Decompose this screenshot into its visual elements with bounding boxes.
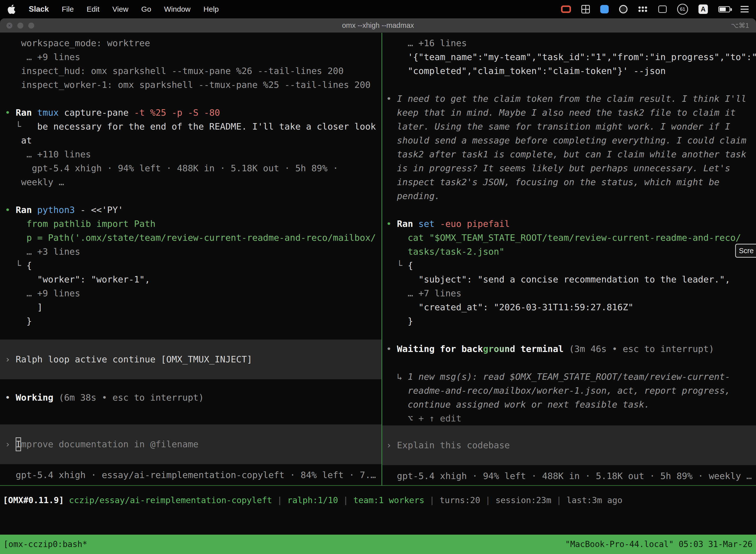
raycast-icon[interactable] [600, 5, 609, 13]
terminal-line: task2 after task1 is complete, but can I… [386, 148, 756, 161]
terminal-line: ] [5, 300, 381, 314]
tmux-status-bar: [omx-cczip0:bash* "MacBook-Pro-44.local"… [0, 535, 756, 554]
working-status-line: • Working (6m 38s • esc to interrupt) [5, 391, 381, 404]
menu-edit[interactable]: Edit [86, 5, 100, 13]
edit-hint-line: ⌥ + ↑ edit [386, 411, 756, 426]
terminal-line: cat "$OMX_TEAM_STATE_ROOT/team/review-cu… [386, 231, 756, 245]
menu-bar: Slack File Edit View Go Window Help 61 A [0, 0, 756, 18]
terminal-line: } [386, 314, 756, 328]
battery-percent-text: 61 [680, 6, 685, 12]
terminal-line: └ be necessary for the end of the README… [5, 120, 381, 133]
terminal-line: "completed","claim_token":"claim-token"}… [386, 64, 756, 78]
terminal-line: tasks/task-2.json" [386, 245, 756, 259]
prompt-suggestion-band[interactable]: › Explain this codebase [382, 426, 756, 465]
model-status-line: gpt-5.4 xhigh · 94% left · 488K in · 5.1… [386, 469, 756, 483]
window-controls: × [0, 22, 34, 29]
terminal-line: readme-and-reco/mailbox/worker-1.json, a… [386, 384, 756, 398]
battery-percent-badge[interactable]: 61 [677, 4, 688, 15]
ran-set-line: • Ran set -euo pipefail [386, 217, 756, 231]
terminal-line: … +9 lines [5, 286, 381, 300]
desktop-screen: Slack File Edit View Go Window Help 61 A… [0, 0, 756, 18]
window-title: omx --xhigh --madmax [0, 21, 756, 30]
blank-line [386, 328, 756, 342]
apple-menu-icon[interactable] [7, 4, 16, 14]
terminal-line: … +9 lines [5, 50, 381, 64]
terminal-line: inspect_hud: omx sparkshell --tmux-pane … [5, 64, 381, 78]
right-pane[interactable]: … +16 lines '{"team_name":"my-team","tas… [382, 33, 756, 485]
terminal-line: inspect task2's JSON, focusing on the st… [386, 175, 756, 189]
ralph-loop-band[interactable]: › Ralph loop active continue [OMX_TMUX_I… [0, 340, 381, 379]
menu-bar-left: Slack File Edit View Go Window Help [7, 4, 219, 14]
dots-grid-icon[interactable] [638, 6, 648, 13]
terminal-line: inspect_worker-1: omx sparkshell --tmux-… [5, 78, 381, 92]
window-shortcut-hint: ⌥⌘1 [731, 21, 749, 30]
ran-tmux-capture-line: • Ran tmux capture-pane -t %25 -p -S -80 [5, 106, 381, 120]
tmux-host-clock: "MacBook-Pro-44.local" 05:03 31-Mar-26 [565, 537, 753, 551]
screen-tooltip: Scre [735, 244, 756, 258]
terminal-line: continue assigned work or next feasible … [386, 398, 756, 411]
menu-bar-status-icons: 61 A [561, 4, 749, 15]
terminal-line: is in progress? It seems likely but perh… [386, 161, 756, 175]
blank-line [386, 203, 756, 217]
terminal-line: └ { [5, 259, 381, 273]
terminal-window: × omx --xhigh --madmax ⌥⌘1 workspace_mod… [0, 18, 756, 554]
screen-recording-indicator-icon[interactable] [561, 5, 571, 13]
menu-go[interactable]: Go [141, 5, 151, 13]
menu-help[interactable]: Help [203, 5, 219, 13]
tmux-session-label: [omx-cczip0:bash* [3, 537, 87, 551]
terminal-line: "created_at": "2026-03-31T11:59:27.816Z" [386, 300, 756, 314]
terminal-line: "worker": "worker-1", [5, 273, 381, 286]
terminal-line: workspace_mode: worktree [5, 36, 381, 50]
omx-hud: [OMX#0.11.9] cczip/essay/ai-reimplementa… [0, 493, 756, 507]
close-button[interactable]: × [6, 22, 12, 29]
terminal-line: pending. [386, 189, 756, 203]
terminal-line: from pathlib import Path [5, 217, 381, 231]
ran-python-line: • Ran python3 - <<'PY' [5, 203, 381, 217]
prompt-suggestion-band[interactable]: › Improve documentation in @filename [0, 425, 381, 464]
terminal-line: weekly … [5, 175, 381, 189]
blank-line [5, 92, 381, 106]
terminal-line: later. Using the same for transition mig… [386, 120, 756, 133]
input-source-icon[interactable]: A [698, 4, 708, 14]
terminal-line: at [5, 133, 381, 148]
left-pane[interactable]: workspace_mode: worktree … +9 lines insp… [0, 33, 381, 485]
menu-view[interactable]: View [112, 5, 128, 13]
menu-lines-icon[interactable] [741, 6, 749, 12]
menu-window[interactable]: Window [164, 5, 191, 13]
terminal-line: p = Path('.omx/state/team/review-current… [5, 231, 381, 245]
window-titlebar[interactable]: × omx --xhigh --madmax ⌥⌘1 [0, 18, 756, 33]
menu-app-name[interactable]: Slack [29, 5, 49, 14]
minimize-button[interactable] [17, 22, 23, 29]
zoom-button[interactable] [28, 22, 34, 29]
terminal-line: … +110 lines [5, 148, 381, 161]
terminal-line: '{"team_name":"my-team","task_id":"1","f… [386, 50, 756, 64]
terminal-line: └ { [386, 259, 756, 273]
thinking-line: • I need to get the claim token from the… [386, 92, 756, 106]
terminal-line: gpt-5.4 xhigh · 94% left · 488K in · 5.1… [5, 161, 381, 175]
terminal: workspace_mode: worktree … +9 lines insp… [0, 33, 756, 554]
model-status-line: gpt-5.4 xhigh · essay/ai-reimplementatio… [5, 468, 381, 482]
camera-icon[interactable] [619, 5, 628, 13]
omx-hud-line: [OMX#0.11.9] cczip/essay/ai-reimplementa… [3, 493, 756, 507]
keycap-icon[interactable] [658, 5, 667, 13]
terminal-line: … +16 lines [386, 36, 756, 50]
terminal-line: } [5, 314, 381, 328]
terminal-line: … +3 lines [5, 245, 381, 259]
menu-file[interactable]: File [62, 5, 74, 13]
window-grid-icon[interactable] [581, 5, 590, 13]
blank-line [5, 189, 381, 203]
input-source-label: A [701, 5, 706, 13]
hud-separator [0, 485, 756, 486]
tmux-panes: workspace_mode: worktree … +9 lines insp… [0, 33, 756, 485]
blank-line [386, 356, 756, 370]
terminal-line: "subject": "send a concise recommendatio… [386, 273, 756, 286]
battery-icon[interactable] [718, 6, 730, 12]
waiting-status-line: • Waiting for background terminal (3m 46… [386, 342, 756, 356]
terminal-line: should send a message before completing … [386, 133, 756, 148]
mailbox-message-line: ↳ 1 new msg(s): read $OMX_TEAM_STATE_ROO… [386, 370, 756, 384]
terminal-line: … +7 lines [386, 286, 756, 300]
blank-line [386, 78, 756, 92]
terminal-line: keep that in mind. Maybe I also need the… [386, 106, 756, 120]
